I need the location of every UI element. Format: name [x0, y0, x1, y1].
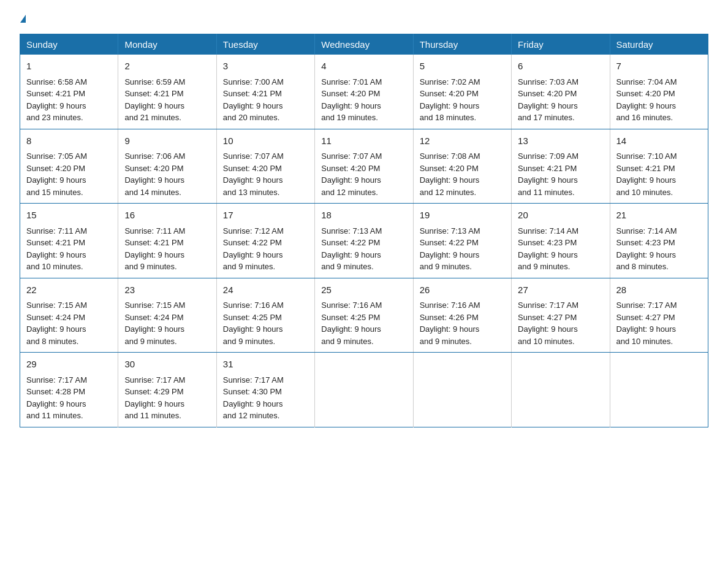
calendar-cell: 31 Sunrise: 7:17 AMSunset: 4:30 PMDaylig… — [216, 353, 314, 427]
calendar-cell: 30 Sunrise: 7:17 AMSunset: 4:29 PMDaylig… — [118, 353, 216, 427]
calendar-cell: 11 Sunrise: 7:07 AMSunset: 4:20 PMDaylig… — [315, 129, 413, 204]
calendar-cell: 4 Sunrise: 7:01 AMSunset: 4:20 PMDayligh… — [315, 55, 413, 129]
week-row-4: 22 Sunrise: 7:15 AMSunset: 4:24 PMDaylig… — [20, 278, 708, 353]
day-info: Sunrise: 7:17 AMSunset: 4:30 PMDaylight:… — [223, 375, 284, 421]
day-info: Sunrise: 7:17 AMSunset: 4:27 PMDaylight:… — [616, 301, 677, 346]
day-info: Sunrise: 7:15 AMSunset: 4:24 PMDaylight:… — [26, 301, 87, 346]
day-info: Sunrise: 7:15 AMSunset: 4:24 PMDaylight:… — [124, 301, 185, 346]
day-info: Sunrise: 7:07 AMSunset: 4:20 PMDaylight:… — [223, 151, 284, 197]
day-info: Sunrise: 7:16 AMSunset: 4:25 PMDaylight:… — [321, 301, 382, 346]
day-number: 13 — [518, 134, 603, 148]
day-number: 7 — [616, 59, 702, 74]
day-info: Sunrise: 7:17 AMSunset: 4:27 PMDaylight:… — [518, 301, 578, 346]
calendar-cell: 7 Sunrise: 7:04 AMSunset: 4:20 PMDayligh… — [610, 55, 708, 129]
weekday-header-thursday: Thursday — [413, 34, 511, 55]
calendar-cell: 8 Sunrise: 7:05 AMSunset: 4:20 PMDayligh… — [20, 129, 118, 204]
calendar-cell: 25 Sunrise: 7:16 AMSunset: 4:25 PMDaylig… — [315, 278, 413, 353]
day-number: 10 — [223, 134, 308, 148]
calendar-cell: 29 Sunrise: 7:17 AMSunset: 4:28 PMDaylig… — [20, 353, 118, 427]
day-number: 19 — [420, 209, 505, 223]
day-number: 8 — [26, 134, 112, 148]
day-info: Sunrise: 7:06 AMSunset: 4:20 PMDaylight:… — [124, 151, 185, 197]
calendar-cell: 16 Sunrise: 7:11 AMSunset: 4:21 PMDaylig… — [118, 204, 216, 278]
weekday-header-wednesday: Wednesday — [315, 34, 413, 55]
calendar-cell: 19 Sunrise: 7:13 AMSunset: 4:22 PMDaylig… — [413, 204, 511, 278]
calendar-cell: 26 Sunrise: 7:16 AMSunset: 4:26 PMDaylig… — [413, 278, 511, 353]
calendar-cell: 23 Sunrise: 7:15 AMSunset: 4:24 PMDaylig… — [118, 278, 216, 353]
calendar-cell: 17 Sunrise: 7:12 AMSunset: 4:22 PMDaylig… — [216, 204, 314, 278]
day-number: 5 — [420, 59, 505, 74]
day-number: 9 — [124, 134, 210, 148]
day-info: Sunrise: 7:11 AMSunset: 4:21 PMDaylight:… — [124, 226, 185, 272]
calendar-cell: 2 Sunrise: 6:59 AMSunset: 4:21 PMDayligh… — [118, 55, 216, 129]
day-number: 28 — [616, 283, 702, 297]
day-info: Sunrise: 7:02 AMSunset: 4:20 PMDaylight:… — [420, 77, 480, 123]
day-number: 6 — [518, 59, 603, 74]
day-info: Sunrise: 7:08 AMSunset: 4:20 PMDaylight:… — [420, 151, 480, 197]
logo — [20, 15, 26, 23]
day-info: Sunrise: 7:17 AMSunset: 4:28 PMDaylight:… — [26, 375, 87, 421]
weekday-header-row: SundayMondayTuesdayWednesdayThursdayFrid… — [20, 34, 708, 55]
day-number: 20 — [518, 209, 603, 223]
day-info: Sunrise: 7:13 AMSunset: 4:22 PMDaylight:… — [321, 226, 382, 272]
day-number: 15 — [26, 209, 112, 223]
weekday-header-saturday: Saturday — [610, 34, 708, 55]
day-info: Sunrise: 7:01 AMSunset: 4:20 PMDaylight:… — [321, 77, 382, 123]
day-number: 2 — [124, 59, 210, 74]
day-info: Sunrise: 7:14 AMSunset: 4:23 PMDaylight:… — [616, 226, 677, 272]
calendar-cell — [512, 353, 610, 427]
day-info: Sunrise: 7:11 AMSunset: 4:21 PMDaylight:… — [26, 226, 87, 272]
day-number: 27 — [518, 283, 603, 297]
calendar-table: SundayMondayTuesdayWednesdayThursdayFrid… — [20, 34, 708, 427]
day-number: 29 — [26, 358, 112, 372]
calendar-cell: 27 Sunrise: 7:17 AMSunset: 4:27 PMDaylig… — [512, 278, 610, 353]
day-number: 17 — [223, 209, 308, 223]
week-row-1: 1 Sunrise: 6:58 AMSunset: 4:21 PMDayligh… — [20, 55, 708, 129]
calendar-cell: 6 Sunrise: 7:03 AMSunset: 4:20 PMDayligh… — [512, 55, 610, 129]
day-info: Sunrise: 7:05 AMSunset: 4:20 PMDaylight:… — [26, 151, 87, 197]
calendar-cell — [315, 353, 413, 427]
calendar-cell: 3 Sunrise: 7:00 AMSunset: 4:21 PMDayligh… — [216, 55, 314, 129]
calendar-cell: 14 Sunrise: 7:10 AMSunset: 4:21 PMDaylig… — [610, 129, 708, 204]
week-row-5: 29 Sunrise: 7:17 AMSunset: 4:28 PMDaylig… — [20, 353, 708, 427]
calendar-cell: 9 Sunrise: 7:06 AMSunset: 4:20 PMDayligh… — [118, 129, 216, 204]
day-number: 31 — [223, 358, 308, 372]
calendar-cell: 10 Sunrise: 7:07 AMSunset: 4:20 PMDaylig… — [216, 129, 314, 204]
week-row-3: 15 Sunrise: 7:11 AMSunset: 4:21 PMDaylig… — [20, 204, 708, 278]
day-number: 4 — [321, 59, 406, 74]
day-number: 14 — [616, 134, 702, 148]
calendar-cell: 1 Sunrise: 6:58 AMSunset: 4:21 PMDayligh… — [20, 55, 118, 129]
day-info: Sunrise: 7:03 AMSunset: 4:20 PMDaylight:… — [518, 77, 578, 123]
day-info: Sunrise: 7:16 AMSunset: 4:25 PMDaylight:… — [223, 301, 284, 346]
calendar-cell — [610, 353, 708, 427]
day-number: 24 — [223, 283, 308, 297]
day-info: Sunrise: 6:59 AMSunset: 4:21 PMDaylight:… — [124, 77, 185, 123]
day-info: Sunrise: 7:10 AMSunset: 4:21 PMDaylight:… — [616, 151, 677, 197]
day-number: 16 — [124, 209, 210, 223]
day-info: Sunrise: 7:07 AMSunset: 4:20 PMDaylight:… — [321, 151, 382, 197]
calendar-cell: 24 Sunrise: 7:16 AMSunset: 4:25 PMDaylig… — [216, 278, 314, 353]
calendar-cell: 21 Sunrise: 7:14 AMSunset: 4:23 PMDaylig… — [610, 204, 708, 278]
day-number: 23 — [124, 283, 210, 297]
day-info: Sunrise: 7:17 AMSunset: 4:29 PMDaylight:… — [124, 375, 185, 421]
weekday-header-monday: Monday — [118, 34, 216, 55]
page-header — [20, 15, 708, 23]
weekday-header-sunday: Sunday — [20, 34, 118, 55]
day-number: 18 — [321, 209, 406, 223]
calendar-cell: 20 Sunrise: 7:14 AMSunset: 4:23 PMDaylig… — [512, 204, 610, 278]
day-number: 25 — [321, 283, 406, 297]
calendar-cell — [413, 353, 511, 427]
day-number: 1 — [26, 59, 112, 74]
day-number: 30 — [124, 358, 210, 372]
day-number: 21 — [616, 209, 702, 223]
week-row-2: 8 Sunrise: 7:05 AMSunset: 4:20 PMDayligh… — [20, 129, 708, 204]
day-info: Sunrise: 7:09 AMSunset: 4:21 PMDaylight:… — [518, 151, 578, 197]
logo-arrow-icon — [20, 15, 26, 23]
calendar-cell: 5 Sunrise: 7:02 AMSunset: 4:20 PMDayligh… — [413, 55, 511, 129]
weekday-header-friday: Friday — [512, 34, 610, 55]
calendar-cell: 22 Sunrise: 7:15 AMSunset: 4:24 PMDaylig… — [20, 278, 118, 353]
calendar-cell: 28 Sunrise: 7:17 AMSunset: 4:27 PMDaylig… — [610, 278, 708, 353]
day-info: Sunrise: 7:12 AMSunset: 4:22 PMDaylight:… — [223, 226, 284, 272]
day-number: 11 — [321, 134, 406, 148]
calendar-cell: 15 Sunrise: 7:11 AMSunset: 4:21 PMDaylig… — [20, 204, 118, 278]
